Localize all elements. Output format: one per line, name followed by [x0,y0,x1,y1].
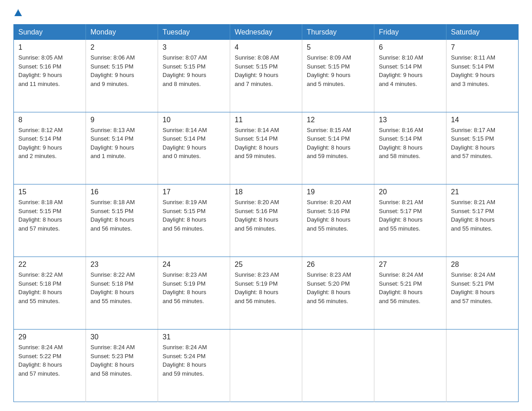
day-number: 6 [379,43,442,51]
calendar-cell: 24Sunrise: 8:23 AMSunset: 5:19 PMDayligh… [158,257,230,330]
logo-triangle2-icon [18,9,22,16]
day-info: Sunrise: 8:24 AMSunset: 5:22 PMDaylight:… [18,343,81,378]
day-of-week-header: Monday [86,25,158,40]
calendar-cell: 17Sunrise: 8:19 AMSunset: 5:15 PMDayligh… [158,184,230,257]
day-number: 23 [90,261,153,269]
calendar-cell: 19Sunrise: 8:20 AMSunset: 5:16 PMDayligh… [302,184,374,257]
calendar-cell: 21Sunrise: 8:21 AMSunset: 5:17 PMDayligh… [446,184,519,257]
day-info: Sunrise: 8:20 AMSunset: 5:16 PMDaylight:… [307,198,369,233]
calendar-cell: 10Sunrise: 8:14 AMSunset: 5:14 PMDayligh… [158,112,230,184]
day-info: Sunrise: 8:07 AMSunset: 5:15 PMDaylight:… [163,53,225,88]
day-number: 29 [18,333,81,341]
day-info: Sunrise: 8:14 AMSunset: 5:14 PMDaylight:… [235,126,297,161]
day-info: Sunrise: 8:23 AMSunset: 5:19 PMDaylight:… [163,270,225,305]
logo [13,9,22,16]
calendar-week-row: 1Sunrise: 8:05 AMSunset: 5:16 PMDaylight… [14,40,519,112]
day-number: 21 [451,188,514,196]
logo-general-text [13,9,22,16]
calendar-cell: 12Sunrise: 8:15 AMSunset: 5:14 PMDayligh… [302,112,374,184]
day-info: Sunrise: 8:24 AMSunset: 5:21 PMDaylight:… [379,270,442,305]
calendar-week-row: 29Sunrise: 8:24 AMSunset: 5:22 PMDayligh… [14,330,519,402]
calendar-cell: 25Sunrise: 8:23 AMSunset: 5:19 PMDayligh… [230,257,302,330]
calendar-cell [374,330,446,402]
day-number: 9 [90,116,153,124]
day-number: 22 [18,261,81,269]
calendar-cell: 15Sunrise: 8:18 AMSunset: 5:15 PMDayligh… [14,184,86,257]
day-info: Sunrise: 8:16 AMSunset: 5:14 PMDaylight:… [379,126,442,161]
calendar-cell: 28Sunrise: 8:24 AMSunset: 5:21 PMDayligh… [446,257,519,330]
day-info: Sunrise: 8:24 AMSunset: 5:23 PMDaylight:… [90,343,153,378]
day-info: Sunrise: 8:11 AMSunset: 5:14 PMDaylight:… [451,53,514,88]
day-number: 18 [235,188,297,196]
day-of-week-header: Friday [374,25,446,40]
calendar-header: SundayMondayTuesdayWednesdayThursdayFrid… [14,25,519,40]
day-number: 31 [163,333,225,341]
day-info: Sunrise: 8:08 AMSunset: 5:15 PMDaylight:… [235,53,297,88]
day-number: 4 [235,43,297,51]
day-number: 20 [379,188,442,196]
day-info: Sunrise: 8:14 AMSunset: 5:14 PMDaylight:… [163,126,225,161]
day-of-week-header: Sunday [14,25,86,40]
day-number: 25 [235,261,297,269]
calendar-cell: 1Sunrise: 8:05 AMSunset: 5:16 PMDaylight… [14,40,86,112]
day-info: Sunrise: 8:23 AMSunset: 5:20 PMDaylight:… [307,270,369,305]
calendar-cell: 31Sunrise: 8:24 AMSunset: 5:24 PMDayligh… [158,330,230,402]
day-info: Sunrise: 8:23 AMSunset: 5:19 PMDaylight:… [235,270,297,305]
day-info: Sunrise: 8:18 AMSunset: 5:15 PMDaylight:… [18,198,81,233]
calendar-table: SundayMondayTuesdayWednesdayThursdayFrid… [13,24,519,402]
calendar-cell: 2Sunrise: 8:06 AMSunset: 5:15 PMDaylight… [86,40,158,112]
day-number: 14 [451,116,514,124]
day-of-week-header: Tuesday [158,25,230,40]
days-of-week-row: SundayMondayTuesdayWednesdayThursdayFrid… [14,25,519,40]
day-number: 3 [163,43,225,51]
day-number: 27 [379,261,442,269]
day-info: Sunrise: 8:22 AMSunset: 5:18 PMDaylight:… [18,270,81,305]
calendar-cell: 14Sunrise: 8:17 AMSunset: 5:15 PMDayligh… [446,112,519,184]
day-info: Sunrise: 8:21 AMSunset: 5:17 PMDaylight:… [379,198,442,233]
day-number: 19 [307,188,369,196]
calendar-cell: 23Sunrise: 8:22 AMSunset: 5:18 PMDayligh… [86,257,158,330]
calendar-cell: 20Sunrise: 8:21 AMSunset: 5:17 PMDayligh… [374,184,446,257]
day-info: Sunrise: 8:05 AMSunset: 5:16 PMDaylight:… [18,53,81,88]
day-of-week-header: Saturday [446,25,519,40]
calendar-cell: 22Sunrise: 8:22 AMSunset: 5:18 PMDayligh… [14,257,86,330]
day-info: Sunrise: 8:21 AMSunset: 5:17 PMDaylight:… [451,198,514,233]
calendar-cell: 29Sunrise: 8:24 AMSunset: 5:22 PMDayligh… [14,330,86,402]
day-info: Sunrise: 8:18 AMSunset: 5:15 PMDaylight:… [90,198,153,233]
day-number: 10 [163,116,225,124]
day-number: 26 [307,261,369,269]
day-info: Sunrise: 8:24 AMSunset: 5:21 PMDaylight:… [451,270,514,305]
calendar-cell: 26Sunrise: 8:23 AMSunset: 5:20 PMDayligh… [302,257,374,330]
calendar-cell: 3Sunrise: 8:07 AMSunset: 5:15 PMDaylight… [158,40,230,112]
day-info: Sunrise: 8:10 AMSunset: 5:14 PMDaylight:… [379,53,442,88]
calendar-cell [230,330,302,402]
day-info: Sunrise: 8:12 AMSunset: 5:14 PMDaylight:… [18,126,81,161]
calendar-cell: 7Sunrise: 8:11 AMSunset: 5:14 PMDaylight… [446,40,519,112]
page: SundayMondayTuesdayWednesdayThursdayFrid… [0,0,532,411]
day-number: 5 [307,43,369,51]
calendar-cell: 30Sunrise: 8:24 AMSunset: 5:23 PMDayligh… [86,330,158,402]
day-info: Sunrise: 8:06 AMSunset: 5:15 PMDaylight:… [90,53,153,88]
calendar-cell [302,330,374,402]
calendar-cell: 6Sunrise: 8:10 AMSunset: 5:14 PMDaylight… [374,40,446,112]
calendar-week-row: 15Sunrise: 8:18 AMSunset: 5:15 PMDayligh… [14,184,519,257]
day-info: Sunrise: 8:24 AMSunset: 5:24 PMDaylight:… [163,343,225,378]
day-info: Sunrise: 8:19 AMSunset: 5:15 PMDaylight:… [163,198,225,233]
day-number: 16 [90,188,153,196]
calendar-cell: 11Sunrise: 8:14 AMSunset: 5:14 PMDayligh… [230,112,302,184]
day-number: 11 [235,116,297,124]
day-number: 30 [90,333,153,341]
header [13,9,519,16]
calendar-cell [446,330,519,402]
calendar-cell: 4Sunrise: 8:08 AMSunset: 5:15 PMDaylight… [230,40,302,112]
calendar-week-row: 8Sunrise: 8:12 AMSunset: 5:14 PMDaylight… [14,112,519,184]
calendar-cell: 5Sunrise: 8:09 AMSunset: 5:15 PMDaylight… [302,40,374,112]
day-of-week-header: Wednesday [230,25,302,40]
calendar-cell: 9Sunrise: 8:13 AMSunset: 5:14 PMDaylight… [86,112,158,184]
day-number: 2 [90,43,153,51]
day-number: 24 [163,261,225,269]
day-info: Sunrise: 8:15 AMSunset: 5:14 PMDaylight:… [307,126,369,161]
calendar-cell: 16Sunrise: 8:18 AMSunset: 5:15 PMDayligh… [86,184,158,257]
day-number: 7 [451,43,514,51]
calendar-week-row: 22Sunrise: 8:22 AMSunset: 5:18 PMDayligh… [14,257,519,330]
